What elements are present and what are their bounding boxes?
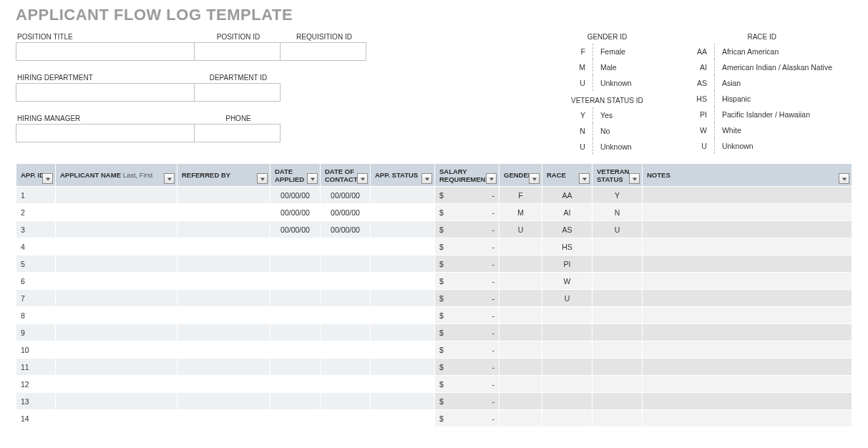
cell-gender[interactable]: U xyxy=(499,221,542,238)
cell-app-id[interactable]: 7 xyxy=(16,290,56,307)
cell-notes[interactable] xyxy=(643,341,852,359)
cell-date-applied[interactable] xyxy=(270,238,321,255)
cell-app-id[interactable]: 13 xyxy=(16,393,56,410)
cell-veteran[interactable] xyxy=(593,410,643,427)
cell-veteran[interactable] xyxy=(593,324,643,341)
cell-referred[interactable] xyxy=(177,255,270,273)
cell-veteran[interactable]: U xyxy=(593,221,643,238)
cell-veteran[interactable] xyxy=(593,341,643,359)
cell-app-id[interactable]: 11 xyxy=(16,359,56,376)
cell-date-contact[interactable] xyxy=(321,410,371,427)
cell-gender[interactable] xyxy=(499,307,542,324)
cell-date-applied[interactable] xyxy=(270,410,321,427)
cell-app-id[interactable]: 14 xyxy=(16,410,56,427)
cell-date-contact[interactable] xyxy=(321,341,371,359)
cell-race[interactable]: AI xyxy=(542,204,593,221)
cell-app-id[interactable]: 6 xyxy=(16,273,56,290)
cell-date-contact[interactable] xyxy=(321,359,371,376)
filter-veteran[interactable] xyxy=(629,173,640,184)
cell-name[interactable] xyxy=(56,204,177,221)
cell-salary[interactable]: $- xyxy=(435,393,499,410)
cell-name[interactable] xyxy=(56,324,177,341)
cell-date-contact[interactable] xyxy=(321,273,371,290)
cell-status[interactable] xyxy=(371,238,435,255)
cell-gender[interactable] xyxy=(499,324,542,341)
cell-race[interactable] xyxy=(542,410,593,427)
cell-salary[interactable]: $- xyxy=(435,410,499,427)
cell-race[interactable]: AS xyxy=(542,221,593,238)
cell-date-contact[interactable]: 00/00/00 xyxy=(321,221,371,238)
cell-date-applied[interactable] xyxy=(270,255,321,273)
cell-referred[interactable] xyxy=(177,238,270,255)
cell-name[interactable] xyxy=(56,359,177,376)
cell-status[interactable] xyxy=(371,341,435,359)
cell-salary[interactable]: $- xyxy=(435,255,499,273)
cell-race[interactable]: HS xyxy=(542,238,593,255)
cell-app-id[interactable]: 5 xyxy=(16,255,56,273)
cell-date-contact[interactable] xyxy=(321,238,371,255)
filter-notes[interactable] xyxy=(839,173,849,184)
cell-veteran[interactable]: Y xyxy=(593,187,643,204)
cell-name[interactable] xyxy=(56,393,177,410)
cell-date-contact[interactable] xyxy=(321,307,371,324)
cell-gender[interactable] xyxy=(499,238,542,255)
cell-app-id[interactable]: 3 xyxy=(16,221,56,238)
cell-name[interactable] xyxy=(56,255,177,273)
cell-salary[interactable]: $- xyxy=(435,359,499,376)
cell-gender[interactable] xyxy=(499,255,542,273)
cell-gender[interactable]: M xyxy=(499,204,542,221)
filter-race[interactable] xyxy=(579,173,590,184)
cell-gender[interactable] xyxy=(499,376,542,393)
cell-referred[interactable] xyxy=(177,187,270,204)
cell-status[interactable] xyxy=(371,221,435,238)
cell-notes[interactable] xyxy=(643,359,852,376)
cell-notes[interactable] xyxy=(643,376,852,393)
cell-date-applied[interactable] xyxy=(270,376,321,393)
cell-app-id[interactable]: 9 xyxy=(16,324,56,341)
cell-gender[interactable] xyxy=(499,290,542,307)
cell-app-id[interactable]: 8 xyxy=(16,307,56,324)
cell-app-id[interactable]: 1 xyxy=(16,187,56,204)
cell-referred[interactable] xyxy=(177,410,270,427)
cell-notes[interactable] xyxy=(643,393,852,410)
cell-referred[interactable] xyxy=(177,204,270,221)
cell-name[interactable] xyxy=(56,290,177,307)
cell-salary[interactable]: $- xyxy=(435,324,499,341)
cell-date-applied[interactable]: 00/00/00 xyxy=(270,221,321,238)
cell-status[interactable] xyxy=(371,376,435,393)
cell-date-applied[interactable] xyxy=(270,324,321,341)
cell-name[interactable] xyxy=(56,221,177,238)
cell-notes[interactable] xyxy=(643,273,852,290)
cell-race[interactable] xyxy=(542,376,593,393)
cell-notes[interactable] xyxy=(643,238,852,255)
cell-name[interactable] xyxy=(56,341,177,359)
requisition-id-field[interactable] xyxy=(281,42,366,61)
cell-race[interactable] xyxy=(542,307,593,324)
cell-status[interactable] xyxy=(371,204,435,221)
cell-race[interactable]: AA xyxy=(542,187,593,204)
cell-date-contact[interactable] xyxy=(321,324,371,341)
filter-gender[interactable] xyxy=(529,173,540,184)
cell-race[interactable]: W xyxy=(542,273,593,290)
phone-field[interactable] xyxy=(195,124,281,142)
cell-veteran[interactable] xyxy=(593,290,643,307)
cell-referred[interactable] xyxy=(177,273,270,290)
cell-date-applied[interactable] xyxy=(270,307,321,324)
cell-veteran[interactable] xyxy=(593,376,643,393)
cell-veteran[interactable] xyxy=(593,359,643,376)
cell-date-applied[interactable] xyxy=(270,359,321,376)
cell-status[interactable] xyxy=(371,187,435,204)
cell-date-applied[interactable] xyxy=(270,393,321,410)
cell-name[interactable] xyxy=(56,187,177,204)
cell-status[interactable] xyxy=(371,393,435,410)
cell-status[interactable] xyxy=(371,307,435,324)
cell-notes[interactable] xyxy=(643,324,852,341)
cell-notes[interactable] xyxy=(643,290,852,307)
cell-referred[interactable] xyxy=(177,307,270,324)
cell-veteran[interactable]: N xyxy=(593,204,643,221)
filter-app-id[interactable] xyxy=(42,173,53,184)
cell-salary[interactable]: $- xyxy=(435,238,499,255)
cell-date-contact[interactable]: 00/00/00 xyxy=(321,204,371,221)
cell-notes[interactable] xyxy=(643,307,852,324)
cell-date-contact[interactable] xyxy=(321,376,371,393)
